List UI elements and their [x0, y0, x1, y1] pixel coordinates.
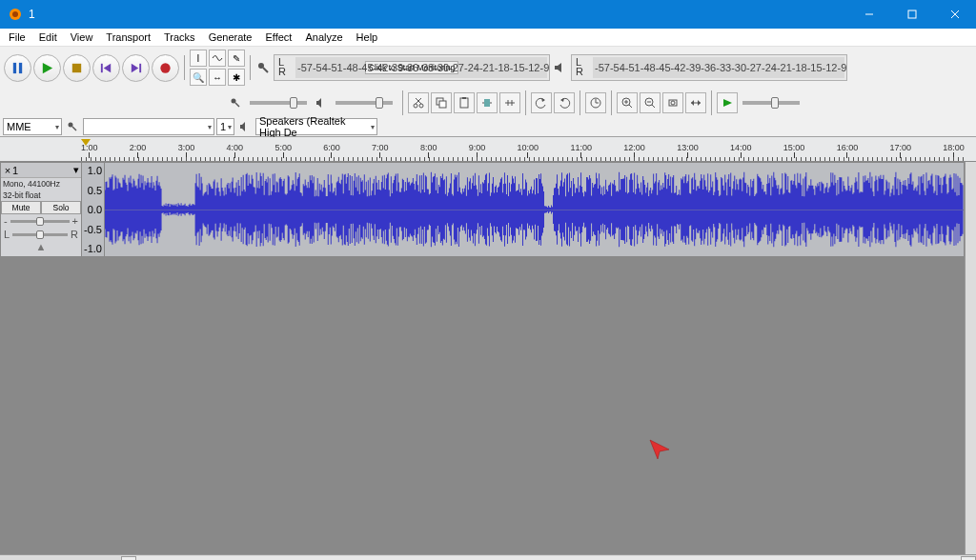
menu-edit[interactable]: Edit: [32, 30, 64, 45]
cut-button[interactable]: [408, 92, 429, 113]
redo-button[interactable]: [554, 92, 575, 113]
svg-line-45: [652, 105, 655, 108]
track-name[interactable]: 1: [12, 165, 73, 176]
svg-line-41: [629, 105, 632, 108]
svg-point-53: [69, 123, 73, 128]
skip-start-button[interactable]: [92, 54, 120, 82]
recording-device-combo[interactable]: [83, 118, 214, 135]
svg-marker-55: [240, 122, 245, 131]
close-button[interactable]: [933, 0, 976, 29]
audio-host-combo[interactable]: MME: [3, 118, 62, 135]
zoom-out-button[interactable]: [640, 92, 661, 113]
speaker-icon: [552, 59, 569, 76]
menu-effect[interactable]: Effect: [259, 30, 299, 45]
copy-button[interactable]: [431, 92, 452, 113]
svg-point-1: [12, 11, 18, 17]
gain-slider[interactable]: -+: [1, 214, 81, 228]
svg-rect-3: [908, 10, 916, 18]
svg-point-21: [414, 104, 417, 108]
waveform-area[interactable]: 1.00.50.0-0.5-1.0: [82, 163, 964, 256]
svg-rect-29: [484, 99, 490, 107]
audio-track: × 1 ▾ Mono, 44100Hz 32-bit float Mute So…: [0, 162, 965, 257]
window-title: 1: [29, 8, 847, 21]
svg-rect-7: [19, 62, 22, 72]
svg-marker-12: [132, 63, 139, 71]
track-close-button[interactable]: ×: [3, 165, 12, 176]
timeshift-tool[interactable]: ↔: [209, 69, 226, 86]
svg-marker-17: [555, 63, 561, 72]
svg-rect-28: [462, 97, 466, 99]
undo-button[interactable]: [531, 92, 552, 113]
minimize-button[interactable]: [847, 0, 890, 29]
recording-channels-combo[interactable]: 1: [216, 118, 234, 135]
svg-rect-6: [13, 62, 16, 72]
pause-button[interactable]: [4, 54, 31, 82]
envelope-tool[interactable]: [209, 50, 226, 67]
cursor-pointer-icon: [648, 438, 671, 463]
draw-tool[interactable]: ✎: [228, 50, 245, 67]
menu-help[interactable]: Help: [350, 30, 385, 45]
stop-button[interactable]: [63, 54, 91, 82]
record-button[interactable]: [152, 54, 179, 82]
svg-point-18: [232, 99, 236, 104]
zoom-in-button[interactable]: [617, 92, 638, 113]
timeline-ruler[interactable]: 1:002:003:004:005:006:007:008:009:0010:0…: [0, 137, 976, 162]
menu-bar: File Edit View Transport Tracks Generate…: [0, 29, 976, 47]
paste-button[interactable]: [454, 92, 475, 113]
mic-device-icon: [64, 118, 81, 135]
tools-grid: I ✎ 🔍 ↔ ✱: [189, 49, 246, 87]
selection-tool[interactable]: I: [190, 50, 207, 67]
menu-tracks[interactable]: Tracks: [157, 30, 202, 45]
zoom-tool[interactable]: 🔍: [190, 69, 207, 86]
silence-button[interactable]: [499, 92, 520, 113]
vertical-scrollbar[interactable]: [965, 162, 976, 554]
multi-tool[interactable]: ✱: [228, 69, 245, 86]
menu-analyze[interactable]: Analyze: [298, 30, 349, 45]
pan-slider[interactable]: LR: [1, 228, 81, 241]
fit-selection-button[interactable]: [662, 92, 683, 113]
play-meter-scale: -57-54-51-48-45-42-39-36-33-30-27-24-21-…: [595, 62, 843, 73]
horizontal-scrollbar[interactable]: ◂ ▸: [0, 554, 976, 560]
track-menu-button[interactable]: ▾: [73, 164, 79, 176]
menu-view[interactable]: View: [64, 30, 100, 45]
svg-marker-11: [104, 63, 112, 71]
hscroll-left-button[interactable]: ◂: [121, 556, 136, 561]
playback-device-combo[interactable]: Speakers (Realtek High De: [255, 118, 377, 135]
svg-marker-20: [316, 98, 321, 108]
fit-project-button[interactable]: [685, 92, 706, 113]
solo-button[interactable]: Solo: [41, 201, 81, 214]
svg-marker-51: [698, 100, 701, 106]
menu-transport[interactable]: Transport: [99, 30, 157, 45]
trim-button[interactable]: [477, 92, 498, 113]
play-button[interactable]: [33, 54, 61, 82]
speaker-volume-icon: [313, 94, 330, 111]
track-format-1: Mono, 44100Hz: [1, 178, 81, 190]
svg-marker-8: [43, 62, 52, 72]
play-at-speed-button[interactable]: [717, 92, 738, 113]
track-format-2: 32-bit float: [1, 190, 81, 201]
tracks-workspace: × 1 ▾ Mono, 44100Hz 32-bit float Mute So…: [0, 162, 976, 554]
skip-end-button[interactable]: [122, 54, 150, 82]
hscroll-right-button[interactable]: ▸: [961, 556, 976, 561]
menu-generate[interactable]: Generate: [202, 30, 259, 45]
recording-meter[interactable]: LR Click to Start Monitoring -57-54-51-4…: [274, 54, 550, 81]
svg-line-54: [72, 127, 76, 130]
toolbars: I ✎ 🔍 ↔ ✱ LR Click to Start Monitoring -…: [0, 47, 976, 137]
menu-file[interactable]: File: [2, 30, 32, 45]
playback-device-icon: [236, 118, 254, 135]
sync-lock-button[interactable]: [585, 92, 606, 113]
maximize-button[interactable]: [890, 0, 933, 29]
amplitude-scale: 1.00.50.0-0.5-1.0: [82, 163, 105, 256]
svg-marker-56: [650, 440, 669, 459]
svg-rect-10: [101, 63, 103, 71]
play-speed-slider[interactable]: [742, 101, 800, 105]
playback-meter[interactable]: LR -57-54-51-48-45-42-39-36-33-30-27-24-…: [571, 54, 847, 81]
mute-button[interactable]: Mute: [1, 201, 41, 214]
svg-rect-26: [439, 101, 446, 108]
output-volume-slider[interactable]: [336, 101, 393, 105]
collapse-button[interactable]: ▲: [1, 241, 81, 252]
svg-rect-9: [72, 63, 81, 71]
svg-marker-50: [691, 100, 694, 106]
title-bar: 1: [0, 0, 976, 29]
input-volume-slider[interactable]: [250, 101, 307, 105]
